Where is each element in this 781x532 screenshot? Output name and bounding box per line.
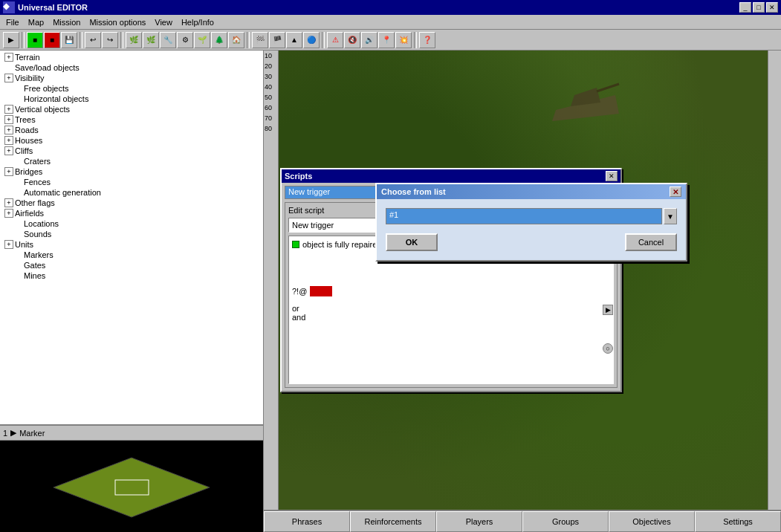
tool-btn-2[interactable]: ■ (27, 32, 43, 48)
tree-sounds[interactable]: Sounds (1, 229, 262, 239)
tree-markers[interactable]: Markers (1, 250, 262, 260)
expand-vertical-icon[interactable]: + (4, 105, 13, 114)
tree-vertical-objects[interactable]: + Vertical objects (1, 104, 262, 114)
expand-trees-icon[interactable]: + (4, 115, 13, 124)
tool-btn-23[interactable]: ❓ (419, 32, 435, 48)
tree-bridges[interactable]: + Bridges (1, 166, 262, 177)
tree-cliffs[interactable]: + Cliffs (1, 146, 262, 156)
tree-locations[interactable]: Locations (1, 218, 262, 229)
expand-houses-icon[interactable]: + (4, 136, 13, 145)
tree-airfields[interactable]: + Airfields (1, 208, 262, 218)
tree-panel: + Terrain Save/load objects + Visibility… (0, 51, 263, 424)
left-panel: + Terrain Save/load objects + Visibility… (0, 51, 264, 532)
tool-btn-11[interactable]: 🌱 (194, 32, 210, 48)
marker-diamond-svg (50, 454, 213, 521)
tool-btn-4[interactable]: 💾 (61, 32, 77, 48)
tab-objectives[interactable]: Objectives (609, 511, 695, 532)
menu-file[interactable]: File (1, 16, 24, 28)
tool-btn-15[interactable]: 🏴 (269, 32, 285, 48)
tool-btn-21[interactable]: 📍 (378, 32, 395, 48)
tool-btn-10[interactable]: ⚙ (177, 32, 193, 48)
tool-separator-2 (80, 32, 82, 48)
tool-btn-3[interactable]: ■ (44, 32, 60, 48)
menu-mission[interactable]: Mission (48, 16, 85, 28)
tree-craters[interactable]: Craters (1, 156, 262, 166)
tree-units[interactable]: + Units (1, 239, 262, 250)
tree-autogen[interactable]: Automatic generation (1, 187, 262, 198)
tool-btn-7[interactable]: 🌿 (126, 32, 142, 48)
expand-airfields-icon[interactable]: + (4, 209, 13, 218)
tab-settings[interactable]: Settings (695, 511, 781, 532)
tree-roads[interactable]: + Roads (1, 125, 262, 135)
choose-dropdown-arrow[interactable]: ▼ (664, 208, 677, 224)
menu-view[interactable]: View (150, 16, 177, 28)
scripts-title-text: Scripts (285, 172, 606, 181)
tree-gates[interactable]: Gates (1, 260, 262, 270)
choose-close-button[interactable]: ✕ (670, 186, 681, 197)
tool-separator-6 (414, 32, 417, 48)
script-code-2: ?!@ (292, 287, 307, 296)
tool-separator-5 (322, 32, 325, 48)
expand-roads-icon[interactable]: + (4, 126, 13, 134)
right-panel: 10 20 30 40 50 60 70 80 Scripts ✕ New tr… (264, 51, 781, 532)
tool-btn-16[interactable]: ▲ (286, 32, 302, 48)
tool-btn-5[interactable]: ↩ (85, 32, 101, 48)
choose-ok-button[interactable]: OK (386, 233, 438, 251)
expand-visibility-icon[interactable]: + (4, 74, 13, 82)
tool-btn-17[interactable]: 🔵 (303, 32, 320, 48)
tree-mines[interactable]: Mines (1, 270, 262, 281)
tool-btn-14[interactable]: 🏁 (252, 32, 268, 48)
close-button[interactable]: ✕ (766, 2, 778, 13)
tree-houses[interactable]: + Houses (1, 135, 262, 146)
tree-trees[interactable]: + Trees (1, 114, 262, 125)
tree-other-flags[interactable]: + Other flags (1, 198, 262, 208)
scripts-close-btn[interactable]: ✕ (606, 171, 618, 181)
choose-body: #1 ▼ OK Cancel (377, 199, 686, 260)
tree-horizontal-objects[interactable]: Horizontal objects (1, 94, 262, 104)
terrain-object (548, 65, 623, 125)
tool-btn-12[interactable]: 🌲 (211, 32, 227, 48)
tree-terrain[interactable]: + Terrain (1, 52, 262, 62)
bottom-tabs: Phrases Reinforcements Players Groups Ob… (264, 510, 781, 532)
expand-icon[interactable]: + (4, 53, 13, 62)
script-line-2: ?!@ (292, 286, 610, 296)
tab-reinforcements[interactable]: Reinforcements (350, 511, 436, 532)
menu-mission-options[interactable]: Mission options (85, 16, 150, 28)
tool-btn-18[interactable]: ⚠ (327, 32, 343, 48)
tab-phrases[interactable]: Phrases (264, 511, 350, 532)
menu-map[interactable]: Map (24, 16, 48, 28)
minimize-button[interactable]: _ (739, 2, 751, 13)
title-bar: ◆ Universal EDITOR _ □ ✕ (0, 0, 781, 15)
expand-units-icon[interactable]: + (4, 240, 13, 249)
choose-dropdown[interactable]: #1 (386, 208, 662, 224)
tool-btn-6[interactable]: ↪ (102, 32, 118, 48)
radio-btn[interactable]: ○ (603, 343, 613, 354)
scroll-right-btn[interactable]: ▶ (603, 305, 613, 315)
expand-other-flags-icon[interactable]: + (4, 198, 13, 207)
tool-btn-9[interactable]: 🔧 (160, 32, 176, 48)
tab-groups[interactable]: Groups (522, 511, 609, 532)
tab-players[interactable]: Players (436, 511, 522, 532)
tree-saveload[interactable]: Save/load objects (1, 62, 262, 73)
tool-btn-22[interactable]: 💥 (395, 32, 412, 48)
tool-btn-20[interactable]: 🔊 (361, 32, 377, 48)
ruler-mark-80: 80 (264, 123, 278, 134)
title-bar-buttons: _ □ ✕ (739, 2, 778, 13)
choose-cancel-button[interactable]: Cancel (625, 233, 677, 251)
and-label: and (292, 313, 610, 322)
tool-btn-8[interactable]: 🌿 (143, 32, 159, 48)
tool-btn-13[interactable]: 🏠 (228, 32, 244, 48)
expand-bridges-icon[interactable]: + (4, 167, 13, 176)
menu-bar: File Map Mission Mission options View He… (0, 15, 781, 30)
tree-free-objects[interactable]: Free objects (1, 83, 262, 94)
expand-cliffs-icon[interactable]: + (4, 146, 13, 155)
maximize-button[interactable]: □ (753, 2, 765, 13)
menu-help[interactable]: Help/Info (177, 16, 218, 28)
tree-fences[interactable]: Fences (1, 177, 262, 187)
tool-btn-19[interactable]: 🔇 (344, 32, 360, 48)
tool-btn-1[interactable]: ▶ (3, 32, 19, 48)
tree-visibility[interactable]: + Visibility (1, 73, 262, 83)
script-line-2-container: ?!@ (292, 286, 610, 296)
ruler-mark-40: 40 (264, 82, 278, 92)
preview-label-icon: ▶ (10, 428, 16, 438)
